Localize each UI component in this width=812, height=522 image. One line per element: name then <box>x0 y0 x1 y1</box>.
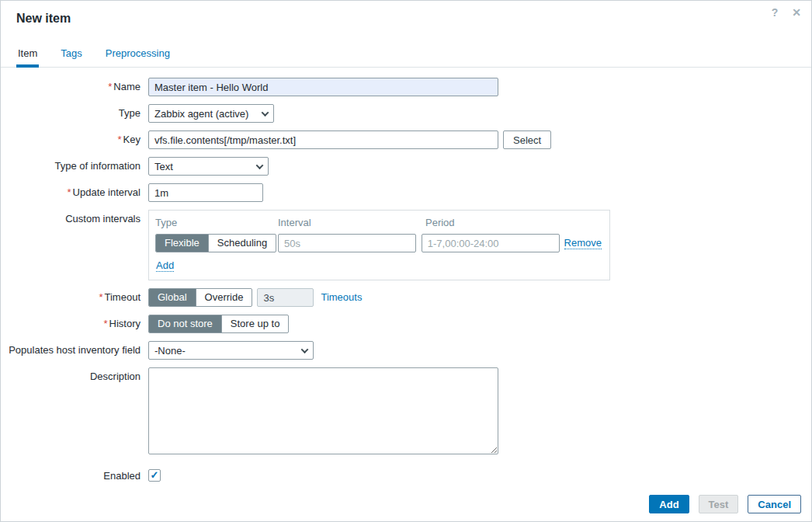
test-button: Test <box>699 495 739 513</box>
column-header-interval: Interval <box>278 217 420 228</box>
period-input[interactable] <box>422 234 560 252</box>
type-row: Type Zabbix agent (active) <box>1 104 811 123</box>
required-marker: * <box>108 81 112 92</box>
timeout-segmented: Global Override <box>148 288 252 307</box>
type-select-value: Zabbix agent (active) <box>154 108 248 120</box>
inventory-label: Populates host inventory field <box>1 341 148 356</box>
custom-intervals-box: Type Interval Period Flexible Scheduling <box>148 210 610 280</box>
tab-preprocessing[interactable]: Preprocessing <box>104 41 172 67</box>
inventory-select-value: -None- <box>154 345 186 357</box>
history-store-up-to[interactable]: Store up to <box>221 315 289 332</box>
dialog-controls: ? ✕ <box>768 5 803 19</box>
type-of-information-select[interactable]: Text <box>148 157 269 176</box>
inventory-select[interactable]: -None- <box>148 341 314 360</box>
custom-intervals-header: Type Interval Period <box>155 217 602 234</box>
add-interval-link[interactable]: Add <box>156 259 174 272</box>
type-of-information-value: Text <box>154 161 173 172</box>
timeout-row: *Timeout Global Override Timeouts <box>1 288 811 307</box>
enabled-checkbox[interactable]: ✓ <box>148 469 161 482</box>
chevron-down-icon <box>301 346 309 353</box>
close-icon[interactable]: ✕ <box>789 5 803 19</box>
required-marker: * <box>103 318 107 329</box>
update-interval-row: *Update interval <box>1 183 811 202</box>
enabled-row: Enabled ✓ <box>1 467 811 482</box>
update-interval-label: Update interval <box>73 186 141 198</box>
description-label: Description <box>1 367 148 382</box>
interval-input[interactable] <box>278 234 416 252</box>
chevron-down-icon <box>256 162 264 169</box>
item-form: *Name Type Zabbix agent (active) *Key Se… <box>1 68 811 482</box>
description-row: Description <box>1 367 811 454</box>
key-input[interactable] <box>148 130 498 149</box>
tab-bar: Item Tags Preprocessing <box>1 41 811 68</box>
timeout-override[interactable]: Override <box>196 289 252 306</box>
history-segmented: Do not store Store up to <box>148 315 289 333</box>
history-do-not-store[interactable]: Do not store <box>149 315 221 332</box>
type-of-information-row: Type of information Text <box>1 157 811 176</box>
interval-type-scheduling[interactable]: Scheduling <box>208 235 276 252</box>
new-item-dialog: New item ? ✕ Item Tags Preprocessing *Na… <box>0 0 812 522</box>
type-label: Type <box>1 104 148 119</box>
add-button[interactable]: Add <box>649 495 689 513</box>
help-icon[interactable]: ? <box>768 5 782 19</box>
name-input[interactable] <box>148 78 498 96</box>
type-of-information-label: Type of information <box>1 157 148 172</box>
dialog-header: New item ? ✕ <box>1 1 811 26</box>
type-select[interactable]: Zabbix agent (active) <box>148 104 274 123</box>
timeout-value-input <box>257 288 314 307</box>
enabled-label: Enabled <box>1 467 148 482</box>
remove-link[interactable]: Remove <box>564 237 602 249</box>
update-interval-input[interactable] <box>148 183 263 202</box>
column-header-period: Period <box>425 217 567 228</box>
custom-interval-row: Flexible Scheduling Remove <box>155 234 602 252</box>
dialog-footer: Add Test Cancel <box>649 495 801 513</box>
cancel-button[interactable]: Cancel <box>748 495 801 513</box>
history-row: *History Do not store Store up to <box>1 315 811 333</box>
required-marker: * <box>67 186 71 198</box>
custom-intervals-label: Custom intervals <box>1 210 148 224</box>
required-marker: * <box>99 291 102 303</box>
interval-type-flexible[interactable]: Flexible <box>156 235 208 252</box>
name-row: *Name <box>1 78 811 96</box>
chevron-down-icon <box>262 109 269 117</box>
description-textarea[interactable] <box>148 367 498 454</box>
column-header-type: Type <box>155 217 273 228</box>
history-label: History <box>109 318 141 329</box>
interval-type-segmented: Flexible Scheduling <box>155 234 276 252</box>
key-select-button[interactable]: Select <box>503 130 551 149</box>
custom-intervals-row: Custom intervals Type Interval Period Fl… <box>1 210 811 280</box>
name-label: Name <box>113 81 141 92</box>
key-row: *Key Select <box>1 130 811 149</box>
required-marker: * <box>118 134 122 145</box>
timeout-label: Timeout <box>105 291 141 303</box>
tab-tags[interactable]: Tags <box>59 41 83 67</box>
key-label: Key <box>123 134 141 145</box>
timeouts-link[interactable]: Timeouts <box>321 288 362 303</box>
checkmark-icon: ✓ <box>151 470 159 481</box>
tab-item[interactable]: Item <box>16 41 39 67</box>
page-title: New item <box>16 12 796 26</box>
inventory-row: Populates host inventory field -None- <box>1 341 811 360</box>
timeout-global[interactable]: Global <box>149 289 196 306</box>
